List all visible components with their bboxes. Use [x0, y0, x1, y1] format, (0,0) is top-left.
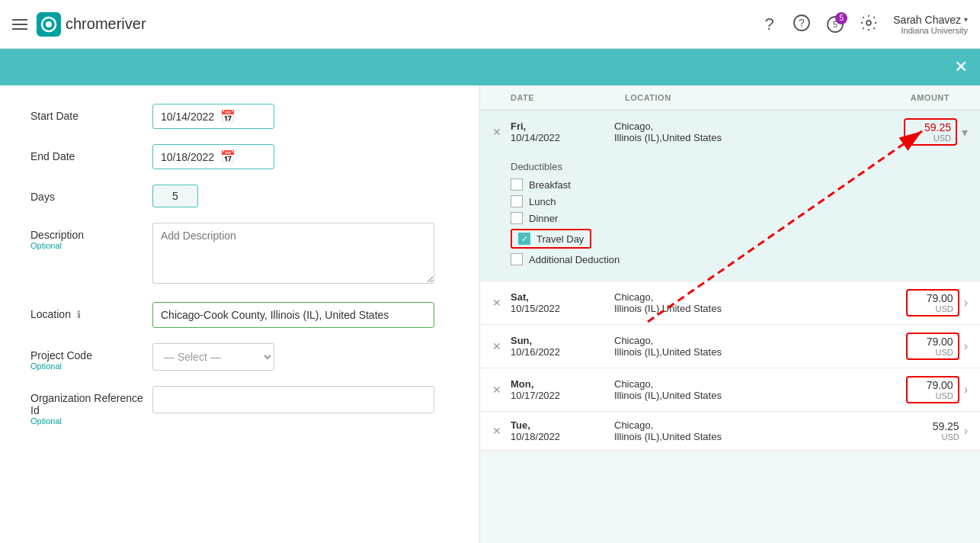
chevron-down-icon: ▾: [962, 125, 968, 140]
close-button[interactable]: ✕: [954, 57, 968, 77]
day-row-main[interactable]: ✕ Sun, 10/16/2022 Chicago,Illinois (IL),…: [480, 325, 980, 368]
day-row-main[interactable]: ✕ Sat, 10/15/2022 Chicago,Illinois (IL),…: [480, 281, 980, 324]
end-date-value: 10/18/2022: [161, 151, 214, 163]
calendar-icon-end: 📅: [220, 149, 235, 164]
help-icon[interactable]: ?: [793, 14, 811, 35]
project-code-control: — Select —: [152, 343, 449, 371]
chevron-right-icon: ›: [964, 383, 968, 397]
teal-bar: ✕: [0, 49, 980, 85]
amount-highlight: 79.00 USD: [906, 376, 959, 403]
topnav-right: ? ? 5 5: [765, 14, 968, 35]
logo-icon: [37, 12, 61, 37]
dinner-label: Dinner: [529, 213, 558, 224]
day-date: Sun, 10/16/2022: [511, 335, 614, 358]
days-control: [152, 185, 449, 207]
lunch-label: Lunch: [529, 196, 556, 207]
description-textarea[interactable]: [152, 223, 434, 284]
list-item: Lunch: [511, 195, 968, 207]
day-location: Chicago,Illinois (IL),United States: [614, 335, 883, 358]
location-row: Location ℹ: [30, 302, 449, 328]
location-info-icon[interactable]: ℹ: [77, 309, 81, 320]
col-location-header: LOCATION: [625, 93, 873, 102]
svg-text:?: ?: [799, 17, 805, 29]
user-org: Indiana University: [902, 26, 968, 35]
days-row: Days: [30, 185, 449, 207]
col-date-header: DATE: [511, 93, 625, 102]
day-row-main[interactable]: ✕ Tue, 10/18/2022 Chicago,Illinois (IL),…: [480, 412, 980, 450]
breakfast-checkbox[interactable]: [511, 178, 523, 191]
list-item: Dinner: [511, 212, 968, 224]
delete-row-icon[interactable]: ✕: [492, 126, 503, 138]
chevron-right-icon: ›: [964, 339, 968, 353]
delete-row-icon[interactable]: ✕: [492, 340, 503, 352]
user-name: Sarah Chavez: [893, 14, 961, 26]
day-amount-wrap: 59.25 USD: [883, 420, 959, 442]
day-date: Mon, 10/17/2022: [511, 378, 614, 401]
org-ref-input[interactable]: [152, 386, 434, 413]
table-row: ✕ Sun, 10/16/2022 Chicago,Illinois (IL),…: [480, 325, 980, 368]
lunch-checkbox[interactable]: [511, 195, 523, 207]
logo: chromeriver: [37, 12, 146, 37]
location-input[interactable]: [152, 302, 434, 328]
day-amount-wrap: 79.00 USD: [883, 376, 959, 403]
description-control: [152, 223, 449, 287]
day-location: Chicago,Illinois (IL),United States: [614, 419, 883, 442]
dinner-checkbox[interactable]: [511, 212, 523, 224]
delete-row-icon[interactable]: ✕: [492, 384, 503, 396]
start-date-label: Start Date: [30, 104, 152, 122]
travel-day-label: Travel Day: [536, 233, 584, 245]
deductibles-title: Deductibles: [511, 161, 968, 172]
settings-icon[interactable]: [860, 14, 878, 35]
table-row: ✕ Fri, 10/14/2022 Chicago,Illinois (IL),…: [480, 111, 980, 281]
amount-highlight: 59.25 USD: [904, 118, 957, 146]
org-ref-control: [152, 386, 449, 413]
chevron-right-icon: ›: [964, 296, 968, 310]
list-item: Breakfast: [511, 178, 968, 191]
day-location: Chicago,Illinois (IL),United States: [614, 120, 881, 143]
user-info[interactable]: Sarah Chavez ▾ Indiana University: [893, 14, 968, 35]
right-panel: DATE LOCATION AMOUNT ✕ Fri, 10/14/2022 C…: [480, 85, 980, 543]
project-code-select[interactable]: — Select —: [152, 343, 274, 371]
left-panel: Start Date 10/14/2022 📅 End Date 10/18/2…: [0, 85, 480, 543]
svg-point-6: [866, 21, 871, 25]
user-chevron-icon: ▾: [964, 15, 968, 24]
days-input[interactable]: [152, 185, 198, 207]
list-item: Travel Day: [511, 229, 968, 249]
travel-day-checkbox[interactable]: [518, 233, 530, 245]
description-label: Description Optional: [30, 223, 152, 250]
end-date-label: End Date: [30, 144, 152, 162]
delete-row-icon[interactable]: ✕: [492, 425, 503, 437]
day-date: Fri, 10/14/2022: [511, 120, 614, 143]
day-amount-wrap: 79.00 USD: [883, 289, 959, 316]
day-amount-wrap: 79.00 USD: [883, 333, 959, 360]
table-header: DATE LOCATION AMOUNT: [480, 85, 980, 111]
notification-count: 5: [835, 12, 847, 24]
hamburger-menu[interactable]: [12, 19, 27, 30]
end-date-input[interactable]: 10/18/2022 📅: [152, 144, 274, 169]
additional-deduction-checkbox[interactable]: [511, 253, 523, 265]
org-ref-label: Organization Reference Id Optional: [30, 386, 152, 426]
start-date-control: 10/14/2022 📅: [152, 104, 449, 129]
start-date-input[interactable]: 10/14/2022 📅: [152, 104, 274, 129]
day-location: Chicago,Illinois (IL),United States: [614, 378, 883, 401]
table-row: ✕ Mon, 10/17/2022 Chicago,Illinois (IL),…: [480, 368, 980, 412]
project-code-optional: Optional: [30, 361, 152, 371]
table-row: ✕ Sat, 10/15/2022 Chicago,Illinois (IL),…: [480, 281, 980, 325]
description-optional: Optional: [30, 241, 152, 250]
day-row-main[interactable]: ✕ Fri, 10/14/2022 Chicago,Illinois (IL),…: [480, 111, 980, 153]
notification-bell[interactable]: ?: [765, 14, 778, 34]
topnav-left: chromeriver: [12, 12, 146, 37]
svg-point-1: [46, 21, 52, 27]
start-date-row: Start Date 10/14/2022 📅: [30, 104, 449, 129]
day-row-main[interactable]: ✕ Mon, 10/17/2022 Chicago,Illinois (IL),…: [480, 368, 980, 411]
notification-icon[interactable]: 5 5: [826, 15, 844, 34]
main-content: Start Date 10/14/2022 📅 End Date 10/18/2…: [0, 85, 980, 543]
org-ref-optional: Optional: [30, 416, 152, 426]
delete-row-icon[interactable]: ✕: [492, 297, 503, 309]
day-date: Sat, 10/15/2022: [511, 291, 614, 314]
org-ref-row: Organization Reference Id Optional: [30, 386, 449, 426]
travel-day-highlight: Travel Day: [511, 229, 591, 249]
logo-text: chromeriver: [66, 15, 146, 33]
project-code-row: Project Code Optional — Select —: [30, 343, 449, 371]
table-row: ✕ Tue, 10/18/2022 Chicago,Illinois (IL),…: [480, 412, 980, 451]
